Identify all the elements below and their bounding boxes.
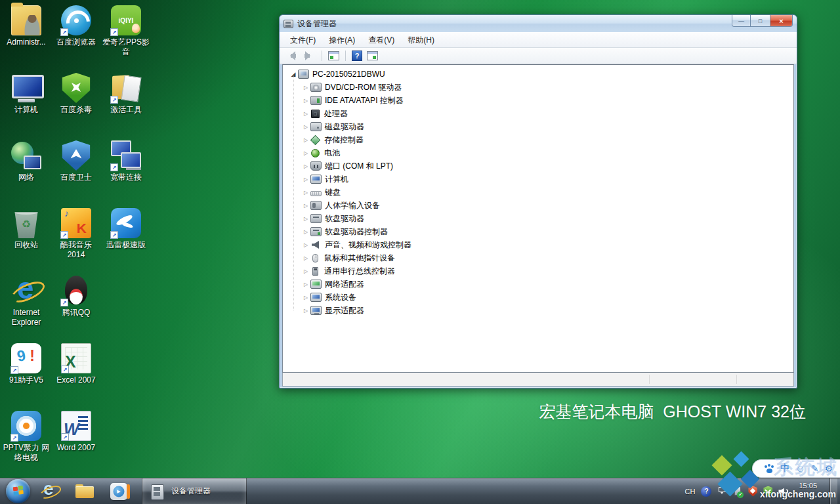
action-pane-icon[interactable]	[367, 51, 378, 60]
tree-item-hid[interactable]: ▷人体学输入设备	[283, 199, 793, 212]
expander-icon[interactable]: ▷	[302, 163, 310, 169]
desktop-icon-label: 爱奇艺PPS影音	[101, 37, 151, 57]
expander-icon[interactable]: ▷	[302, 190, 310, 196]
toolbar-separator	[322, 51, 322, 61]
explorer-taskbar-icon[interactable]	[75, 484, 94, 499]
desktop-icon-word[interactable]: Word 2007	[51, 410, 101, 477]
tree-item-ide-controller[interactable]: ▷IDE ATA/ATAPI 控制器	[283, 94, 793, 107]
language-indicator[interactable]: CH	[685, 488, 696, 495]
tree-item-keyboard[interactable]: ▷键盘	[283, 186, 793, 199]
expander-icon[interactable]: ▷	[302, 137, 310, 143]
menu-file[interactable]: 文件(F)	[284, 33, 322, 48]
desktop-icon-pptv[interactable]: PPTV聚力 网络电视	[1, 410, 51, 477]
console-tree-icon[interactable]	[328, 51, 339, 60]
tree-item-dvd-drive[interactable]: ▷DVD/CD-ROM 驱动器	[283, 81, 793, 94]
baidu-paw-icon[interactable]	[764, 464, 774, 474]
desktop-icon-baidu-antivirus[interactable]: 百度杀毒	[51, 72, 101, 139]
desktop-icon-thunder[interactable]: 迅雷极速版	[101, 207, 151, 274]
back-icon[interactable]	[285, 51, 298, 61]
shortcut-arrow-icon	[61, 366, 69, 373]
shortcut-arrow-icon	[60, 231, 68, 239]
tree-item-disk-drive[interactable]: ▷磁盘驱动器	[283, 120, 793, 133]
ime-settings-gear-icon[interactable]: ⚙	[825, 463, 833, 474]
sound-icon	[310, 240, 322, 249]
expander-icon[interactable]: ▷	[302, 203, 310, 209]
tree-item-usb[interactable]: ▷通用串行总线控制器	[283, 264, 793, 278]
expander-icon[interactable]: ▷	[302, 150, 310, 156]
tree-root[interactable]: ◢ PC-20150521DBWU	[283, 68, 793, 81]
language-help-icon[interactable]	[701, 486, 711, 497]
expander-icon[interactable]: ▷	[302, 308, 310, 314]
menu-action[interactable]: 操作(A)	[322, 33, 362, 48]
tree-item-battery[interactable]: ▷电池	[283, 146, 793, 159]
forward-icon[interactable]	[303, 51, 316, 61]
shortcut-arrow-icon	[110, 28, 118, 36]
expander-icon[interactable]: ▷	[302, 295, 310, 301]
desktop-icon-baidu-browser[interactable]: 百度浏览器	[51, 4, 101, 72]
desktop-icon-kuwo-music[interactable]: 酷我音乐 2014	[51, 207, 101, 274]
start-button[interactable]	[6, 479, 30, 503]
tree-item-label: 计算机	[325, 174, 348, 185]
tree-item-processor[interactable]: ▷处理器	[283, 107, 793, 120]
minimize-button[interactable]: —	[732, 15, 751, 27]
desktop-icon-computer[interactable]: 计算机	[1, 72, 51, 139]
menu-view[interactable]: 查看(V)	[362, 33, 401, 48]
tree-item-label: 人体学输入设备	[325, 200, 380, 211]
desktop-icon-zhushou91[interactable]: 91助手V5	[1, 342, 51, 410]
ime-mode-indicator[interactable]: 中	[780, 463, 789, 474]
handwriting-pencil-icon[interactable]: ✎	[811, 463, 819, 474]
device-tree-pane[interactable]: ◢ PC-20150521DBWU ▷DVD/CD-ROM 驱动器▷IDE AT…	[282, 64, 794, 373]
expander-icon[interactable]: ▷	[302, 282, 310, 287]
desktop-icon-recycle-bin[interactable]: 回收站	[1, 207, 51, 274]
desktop-icon-iqiyi[interactable]: 爱奇艺PPS影音	[101, 4, 151, 72]
expander-icon[interactable]: ▷	[302, 255, 310, 261]
title-bar[interactable]: 设备管理器 — □ ×	[280, 15, 797, 32]
tree-item-label: 网络适配器	[325, 279, 364, 290]
desktop-icon-qq[interactable]: 腾讯QQ	[51, 274, 101, 342]
tree-item-sound[interactable]: ▷声音、视频和游戏控制器	[283, 238, 793, 251]
expander-icon[interactable]: ▷	[302, 124, 310, 130]
tree-item-display-adapter[interactable]: ▷显示适配器	[283, 304, 793, 317]
expander-icon[interactable]: ▷	[302, 85, 310, 91]
expander-icon[interactable]: ▷	[302, 177, 310, 182]
help-icon[interactable]	[352, 51, 362, 61]
desktop-icon-user-folder[interactable]: Administr...	[1, 4, 51, 72]
desktop[interactable]: Administr...百度浏览器爱奇艺PPS影音计算机百度杀毒激活工具网络百度…	[0, 0, 840, 504]
tree-item-computer-node[interactable]: ▷计算机	[283, 173, 793, 186]
volume-icon[interactable]	[778, 486, 789, 497]
expander-icon[interactable]: ▷	[302, 229, 310, 235]
tree-item-mouse[interactable]: ▷鼠标和其他指针设备	[283, 251, 793, 264]
wmp-taskbar-icon[interactable]	[110, 483, 127, 500]
expander-icon[interactable]: ▷	[302, 216, 310, 222]
tree-item-storage-controller[interactable]: ▷存储控制器	[283, 133, 793, 146]
desktop-icon-baidu-guard[interactable]: 百度卫士	[51, 139, 101, 207]
security-shield-red-icon[interactable]	[748, 486, 757, 497]
taskbar-clock[interactable]: 15:05	[795, 478, 821, 504]
expander-icon[interactable]: ▷	[302, 268, 310, 274]
usb-device-icon[interactable]	[732, 486, 742, 497]
maximize-button[interactable]: □	[751, 15, 770, 27]
menu-help[interactable]: 帮助(H)	[401, 33, 441, 48]
close-button[interactable]: ×	[770, 15, 793, 27]
desktop-icon-excel[interactable]: Excel 2007	[51, 342, 101, 410]
desktop-icon-open-folder[interactable]: 激活工具	[101, 72, 151, 139]
show-desktop-button[interactable]	[830, 478, 837, 504]
tree-item-network-adapter[interactable]: ▷网络适配器	[283, 278, 793, 291]
pptv-icon	[11, 411, 41, 441]
desktop-icon-network[interactable]: 网络	[1, 139, 51, 207]
tree-item-floppy-drive[interactable]: ▷软盘驱动器	[283, 212, 793, 225]
tree-item-system-devices[interactable]: ▷系统设备	[283, 291, 793, 304]
taskbar-task-device-manager[interactable]: 设备管理器	[142, 478, 247, 504]
desktop-icon-ie[interactable]: Internet Explorer	[1, 274, 51, 342]
expander-icon[interactable]: ▷	[302, 242, 310, 248]
tree-item-ports[interactable]: ▷端口 (COM 和 LPT)	[283, 159, 793, 173]
tree-item-floppy-controller[interactable]: ▷软盘驱动器控制器	[283, 225, 793, 238]
emoticon-icon[interactable]: ☺	[795, 463, 805, 474]
expander-icon[interactable]: ▷	[302, 98, 310, 104]
security-shield-green-icon[interactable]	[763, 486, 772, 497]
expander-icon[interactable]: ▷	[302, 111, 310, 117]
desktop-icon-label: 网络	[18, 173, 34, 182]
hidden-icons-icon[interactable]	[717, 486, 726, 497]
desktop-icon-broadband[interactable]: 宽带连接	[101, 139, 151, 207]
ie-taskbar-icon[interactable]	[41, 482, 59, 501]
